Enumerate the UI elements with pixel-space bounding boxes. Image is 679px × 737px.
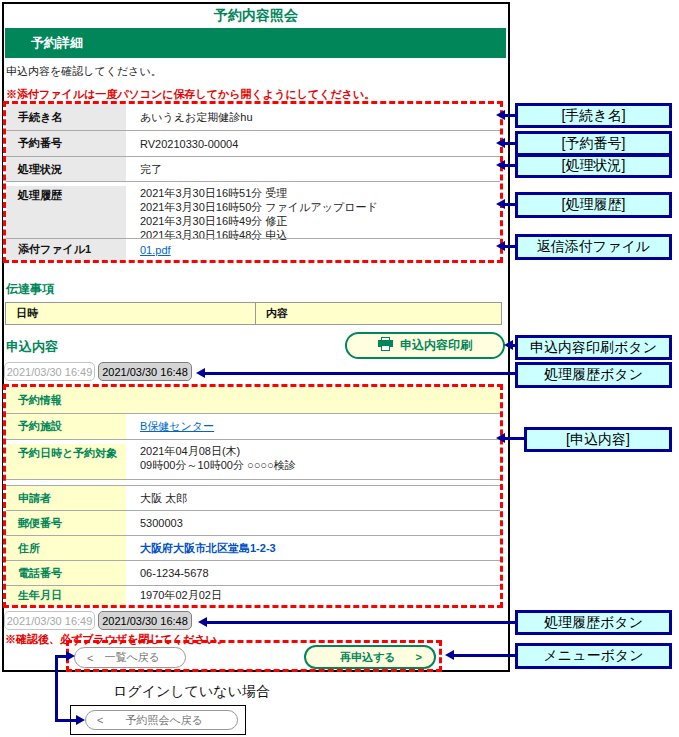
connector-top-arrowhead [66,651,75,661]
arrow-application-content [505,437,524,440]
table-row-birthdate: 生年月日 1970年02月02日 [6,585,500,605]
row-value: 06-1234-5678 [126,567,500,579]
row-label: 申請者 [6,486,126,510]
connector-bottom-arrowhead [76,715,85,725]
reapply-button-label: 再申込する [306,650,416,665]
notice-table-header: 日時 内容 [5,302,502,325]
table-row-number: 予約番号 RV20210330-00004 [6,130,500,156]
back-to-list-button[interactable]: < 一覧へ戻る [74,647,186,668]
annotation-status: [処理状況] [515,154,672,178]
row-label: 住所 [6,536,126,560]
row-label: 予約施設 [6,414,126,439]
row-value: 大阪 太郎 [126,491,500,506]
arrow-history [505,203,515,206]
datetime-line: 09時00分～10時00分 ○○○○検診 [140,458,500,472]
notice-heading: 伝達事項 [6,281,54,298]
annotation-history: [処理履歴] [515,192,672,218]
table-row-status: 処理状況 完了 [6,156,500,181]
row-label: 処理状況 [6,157,126,181]
arrow-history-tab-bottom [207,621,515,624]
history-tab-older-top[interactable]: 2021/03/30 16:49 [4,362,95,381]
datetime-line: 2021年04月08日(木) [140,444,500,458]
inquiry-back-label: 予約照会へ戻る [103,713,237,728]
attachment-warning-text: ※添付ファイルは一度パソコンに保存してから開くようにしてください。 [6,87,375,102]
arrow-menu-button [454,654,515,657]
history-tab-newer-bottom[interactable]: 2021/03/30 16:48 [98,611,192,630]
arrow-attachment [505,245,515,248]
back-to-inquiry-button[interactable]: < 予約照会へ戻る [85,710,238,730]
print-button-label: 申込内容印刷 [400,337,472,354]
table-row-applicant: 申請者 大阪 太郎 [6,485,500,510]
row-value: 1970年02月02日 [126,588,500,603]
row-label: 予約日時と予約対象 [6,444,126,479]
row-value: 01.pdf [126,244,500,256]
arrow-number [505,142,515,145]
annotation-history-button-bottom: 処理履歴ボタン [515,610,672,635]
notice-col-datetime: 日時 [6,303,256,324]
attachment-pdf-link[interactable]: 01.pdf [140,244,171,256]
print-application-button[interactable]: 申込内容印刷 [345,332,505,359]
connector-top-line [58,655,66,658]
row-value: あいうえお定期健診hu [126,110,500,125]
arrow-print-button [513,344,515,347]
application-content-box: 予約情報 予約施設 B保健センター 予約日時と予約対象 2021年04月08日(… [3,384,503,608]
history-line: 2021年3月30日16時50分 ファイルアップロード [140,200,500,214]
row-label: 処理履歴 [6,186,126,238]
history-tab-newer-top[interactable]: 2021/03/30 16:48 [98,362,192,381]
arrow-procedure [505,114,515,117]
reapply-button[interactable]: 再申込する > [304,645,436,669]
annotation-procedure-name: [手続き名] [515,103,672,128]
section-header-bar: 予約詳細 [5,28,506,58]
table-row-attachment: 添付ファイル1 01.pdf [6,238,500,260]
row-value: 大阪府大阪市北区堂島1-2-3 [126,541,500,556]
facility-link[interactable]: B保健センター [140,420,214,432]
notice-col-content: 内容 [256,306,288,321]
annotation-reservation-number: [予約番号] [515,131,672,156]
printer-icon [378,337,393,354]
row-label: 手続き名 [6,104,126,130]
connector-bottom-line [58,719,76,722]
annotation-menu-button: メニューボタン [515,643,672,669]
annotation-print-button: 申込内容印刷ボタン [515,335,672,360]
page-title: 予約内容照会 [2,7,510,25]
table-row-facility: 予約施設 B保健センター [6,413,500,439]
history-line: 2021年3月30日16時51分 受理 [140,186,500,200]
row-value: 5300003 [126,517,500,529]
table-row-phone: 電話番号 06-1234-5678 [6,560,500,585]
row-label: 生年月日 [6,586,126,605]
chevron-right-icon: > [416,651,422,663]
table-row-procedure: 手続き名 あいうえお定期健診hu [6,104,500,130]
history-tab-older-bottom[interactable]: 2021/03/30 16:49 [4,611,95,630]
reservation-info-header: 予約情報 [6,387,500,413]
annotation-application-content: [申込内容] [524,427,672,452]
row-value: RV20210330-00004 [126,138,500,150]
table-row-history: 処理履歴 2021年3月30日16時51分 受理 2021年3月30日16時50… [6,181,500,238]
back-button-label: 一覧へ戻る [93,650,185,665]
application-heading: 申込内容 [6,338,58,356]
screenshot-root: 予約内容照会 予約詳細 申込内容を確認してください。 ※添付ファイルは一度パソコ… [0,0,679,737]
table-row-datetime: 予約日時と予約対象 2021年04月08日(木) 09時00分～10時00分 ○… [6,439,500,479]
history-lines: 2021年3月30日16時51分 受理 2021年3月30日16時50分 ファイ… [126,186,500,242]
reservation-detail-box: 手続き名 あいうえお定期健診hu 予約番号 RV20210330-00004 処… [3,101,503,263]
annotation-history-button-top: 処理履歴ボタン [515,362,672,388]
row-label: 予約番号 [6,131,126,156]
annotation-reply-attachment: 返信添付ファイル [515,234,672,260]
table-row-postal: 郵便番号 5300003 [6,510,500,535]
instruction-text: 申込内容を確認してください。 [6,64,162,79]
arrow-status [505,164,515,167]
row-label: 郵便番号 [6,511,126,535]
connector-vertical-line [55,655,58,722]
row-value: B保健センター [126,419,500,434]
not-logged-in-note: ログインしていない場合 [113,683,270,701]
row-value: 2021年04月08日(木) 09時00分～10時00分 ○○○○検診 [126,444,500,472]
table-row-address: 住所 大阪府大阪市北区堂島1-2-3 [6,535,500,560]
arrow-history-tab-top [205,372,515,375]
row-value: 完了 [126,162,500,177]
row-label: 添付ファイル1 [6,239,126,260]
row-label: 電話番号 [6,561,126,585]
history-line: 2021年3月30日16時49分 修正 [140,214,500,228]
